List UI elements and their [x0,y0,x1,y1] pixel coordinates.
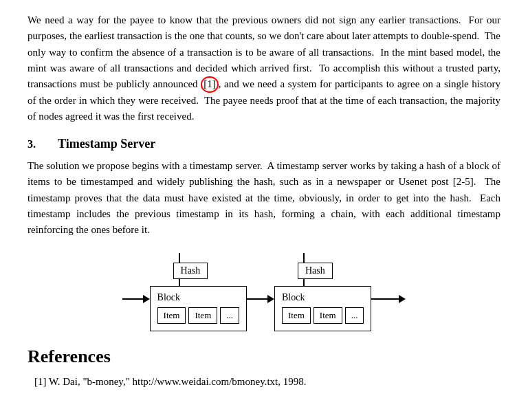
block2-label: Block [282,292,364,303]
block1-items: Item Item ... [157,307,239,324]
block1-item-ellipsis: ... [220,307,239,324]
section-heading: 3. Timestamp Server [28,137,500,151]
right-arrow [371,295,406,303]
block1-unit: Hash Block Item Item ... [150,253,247,331]
block1-vert-up [179,253,180,263]
mid-arrowhead [267,295,274,303]
section-number: 3. [28,138,43,151]
block1-hash-box: Hash [173,263,208,279]
block1-item-2: Item [188,307,217,324]
timestamp-paragraph: The solution we propose begins with a ti… [28,158,500,238]
block1-box: Block Item Item ... [150,286,247,331]
mid-arrow [247,295,274,303]
block2-hash-area: Hash [298,253,333,286]
block2-item-1: Item [282,307,311,324]
block1-vert-down [179,279,180,286]
block2-vert-down [303,279,305,286]
right-line [371,298,399,300]
block2-hash-box: Hash [298,263,333,279]
right-arrowhead [399,295,406,303]
references-heading: References [28,346,500,367]
block1-item-1: Item [157,307,186,324]
reference-circle-1: [1] [201,76,219,93]
block2-items: Item Item ... [282,307,364,324]
block2-item-ellipsis: ... [345,307,364,324]
block2-vert-up [303,253,305,263]
intro-paragraph: We need a way for the payee to know that… [28,12,500,124]
section-title: Timestamp Server [58,137,155,151]
block1-hash-area: Hash [173,253,208,286]
left-arrowhead [143,295,150,303]
timestamp-diagram: Hash Block Item Item ... [28,253,500,331]
reference-item-1: [1] W. Dai, "b-money," http://www.weidai… [34,374,500,390]
block1-label: Block [157,292,239,303]
block2-unit: Hash Block Item Item ... [274,253,371,331]
left-line [122,298,143,300]
block2-box: Block Item Item ... [274,286,371,331]
mid-line [247,298,267,300]
block2-item-2: Item [314,307,342,324]
